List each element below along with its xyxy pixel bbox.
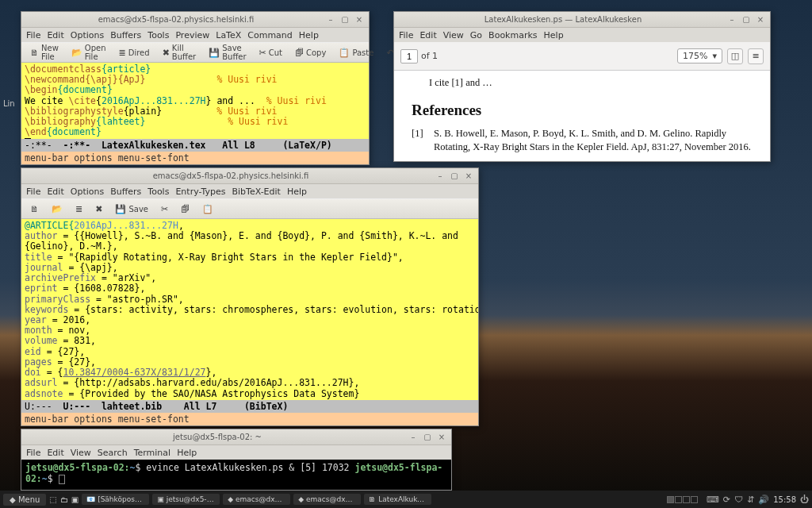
menu-command[interactable]: Command xyxy=(247,30,293,40)
editor-content[interactable]: \documentclass{article} \newcommand{\apj… xyxy=(21,63,369,139)
menu-options[interactable]: Options xyxy=(71,30,104,40)
menu-search[interactable]: Search xyxy=(98,448,128,458)
volume-icon[interactable]: 🔊 xyxy=(758,495,769,505)
show-desktop-icon[interactable]: ⬚ xyxy=(49,495,56,504)
menu-buffers[interactable]: Buffers xyxy=(110,30,141,40)
clock[interactable]: 15:58 xyxy=(773,495,796,504)
menu-file[interactable]: File xyxy=(26,187,40,197)
shield-icon[interactable]: 🛡 xyxy=(734,495,743,505)
menu-help[interactable]: Help xyxy=(287,187,307,197)
hamburger-menu-button[interactable]: ≡ xyxy=(748,48,764,64)
menu-edit[interactable]: Edit xyxy=(47,30,63,40)
evince-window: LatexAlkukesken.ps — LatexAlkukesken – ▢… xyxy=(393,11,771,162)
menu-edit[interactable]: Edit xyxy=(47,448,63,458)
save-buffer-button[interactable]: 💾Save Buffer xyxy=(205,42,250,63)
menu-help[interactable]: Help xyxy=(544,30,564,40)
menu-terminal[interactable]: Terminal xyxy=(134,448,171,458)
titlebar[interactable]: emacs@dx5-flspa-02.physics.helsinki.fi –… xyxy=(21,168,478,184)
menu-preview[interactable]: Preview xyxy=(175,30,209,40)
open-icon: 📂 xyxy=(71,48,82,58)
page-number-input[interactable] xyxy=(400,49,418,64)
menu-edit[interactable]: Edit xyxy=(47,187,63,197)
paste-button[interactable]: 📋 xyxy=(198,202,217,216)
menu-view[interactable]: View xyxy=(443,30,464,40)
open-file-button[interactable]: 📂Open File xyxy=(67,42,110,63)
save-button[interactable]: 💾Save xyxy=(111,202,152,216)
copy-button[interactable]: 🗐 xyxy=(177,202,193,216)
maximize-button[interactable]: ▢ xyxy=(450,171,459,181)
close-button[interactable]: × xyxy=(437,433,446,442)
menu-latex[interactable]: LaTeX xyxy=(216,30,241,40)
workspace-switcher[interactable] xyxy=(667,496,698,503)
cut-icon: ✂ xyxy=(259,48,266,58)
close-button[interactable]: × xyxy=(354,15,364,25)
terminal-launcher-icon[interactable]: ▣ xyxy=(71,495,79,504)
document-view[interactable]: I cite [1] and … References [1] S. B. Ho… xyxy=(394,71,770,161)
terminal-icon: ▣ xyxy=(157,495,164,503)
chevron-down-icon: ▾ xyxy=(712,51,717,61)
menu-help[interactable]: Help xyxy=(299,30,319,40)
menu-edit[interactable]: Edit xyxy=(419,30,436,40)
emacs-window-bibtex: emacs@dx5-flspa-02.physics.helsinki.fi –… xyxy=(21,167,479,426)
power-icon[interactable]: ⏻ xyxy=(800,495,809,505)
minimize-button[interactable]: – xyxy=(727,15,737,25)
editor-content[interactable]: @ARTICLE{2016ApJ...831...27H, author = {… xyxy=(21,219,478,400)
menu-file[interactable]: File xyxy=(26,448,40,458)
minibuffer: menu-bar options menu-set-font xyxy=(21,413,478,425)
zoom-select[interactable]: 175%▾ xyxy=(677,48,722,64)
titlebar[interactable]: LatexAlkukesken.ps — LatexAlkukesken – ▢… xyxy=(394,12,770,28)
close-button[interactable]: × xyxy=(756,15,765,25)
update-icon[interactable]: ⟳ xyxy=(723,495,730,505)
close-icon: ✖ xyxy=(163,48,170,58)
menu-view[interactable]: View xyxy=(71,448,91,458)
menu-bookmarks[interactable]: Bookmarks xyxy=(488,30,537,40)
cut-button[interactable]: ✂Cut xyxy=(255,46,286,60)
copy-icon: 🗐 xyxy=(295,48,304,58)
menu-help[interactable]: Help xyxy=(177,448,197,458)
menu-entry-types[interactable]: Entry-Types xyxy=(175,187,225,197)
minimize-button[interactable]: – xyxy=(326,15,335,25)
menu-tools[interactable]: Tools xyxy=(147,187,169,197)
references-heading: References xyxy=(412,102,753,119)
minimize-button[interactable]: – xyxy=(408,433,418,442)
dired-button[interactable]: ≣Dired xyxy=(115,46,154,60)
system-tray: ⌨ ⟳ 🛡 ⇵ 🔊 15:58 ⏻ xyxy=(662,495,809,505)
keyboard-icon[interactable]: ⌨ xyxy=(707,495,719,505)
copy-button[interactable]: 🗐Copy xyxy=(291,46,330,60)
menu-buffers[interactable]: Buffers xyxy=(110,187,141,197)
menu-tools[interactable]: Tools xyxy=(147,30,169,40)
menu-bibtex-edit[interactable]: BibTeX-Edit xyxy=(232,187,280,197)
network-icon[interactable]: ⇵ xyxy=(747,495,754,505)
menubar: File Edit View Go Bookmarks Help xyxy=(394,28,770,42)
maximize-button[interactable]: ▢ xyxy=(340,15,350,25)
menu-file[interactable]: File xyxy=(399,30,413,40)
close-button[interactable]: × xyxy=(464,171,473,181)
paste-icon: 📋 xyxy=(202,204,213,214)
kill-buffer-button[interactable]: ✖Kill Buffer xyxy=(159,42,201,63)
taskbar-item-terminal[interactable]: ▣ jetsu@dx5-flspa-0… xyxy=(152,494,220,505)
taskbar-item-mail[interactable]: 📧 [Sähköposti - lauri.j… xyxy=(82,494,149,505)
dired-button[interactable]: ≣ xyxy=(71,202,86,216)
maximize-button[interactable]: ▢ xyxy=(741,15,751,25)
paste-button[interactable]: 📋Paste xyxy=(335,46,377,60)
new-file-button[interactable]: 🗎 xyxy=(26,202,43,216)
dual-page-button[interactable]: ◫ xyxy=(727,48,743,64)
start-menu-button[interactable]: ◆ Menu xyxy=(3,494,46,506)
terminal-content[interactable]: jetsu@dx5-flspa-02:~$ evince LatexAlkuke… xyxy=(21,460,451,490)
taskbar-item-emacs1[interactable]: ◆ emacs@dx5-flspa-0… xyxy=(223,494,290,505)
kill-buffer-button[interactable]: ✖ xyxy=(91,202,106,216)
file-manager-icon[interactable]: 🗀 xyxy=(60,495,68,504)
menu-go[interactable]: Go xyxy=(470,30,482,40)
maximize-button[interactable]: ▢ xyxy=(423,433,432,442)
open-file-button[interactable]: 📂 xyxy=(48,202,67,216)
taskbar-item-emacs2[interactable]: ◆ emacs@dx5-flspa-0… xyxy=(293,494,361,505)
taskbar-item-evince[interactable]: 🗎 LatexAlkukesken.ps… xyxy=(364,494,431,505)
cut-button[interactable]: ✂ xyxy=(157,202,172,216)
titlebar[interactable]: emacs@dx5-flspa-02.physics.helsinki.fi –… xyxy=(21,12,369,28)
menu-options[interactable]: Options xyxy=(71,187,104,197)
titlebar[interactable]: jetsu@dx5-flspa-02: ~ – ▢ × xyxy=(21,429,451,445)
new-file-button[interactable]: 🗎New File xyxy=(26,42,63,63)
menu-file[interactable]: File xyxy=(26,30,40,40)
modeline: -:**- -:**- LatexAlkukesken.tex All L8 (… xyxy=(21,139,369,152)
minimize-button[interactable]: – xyxy=(435,171,445,181)
